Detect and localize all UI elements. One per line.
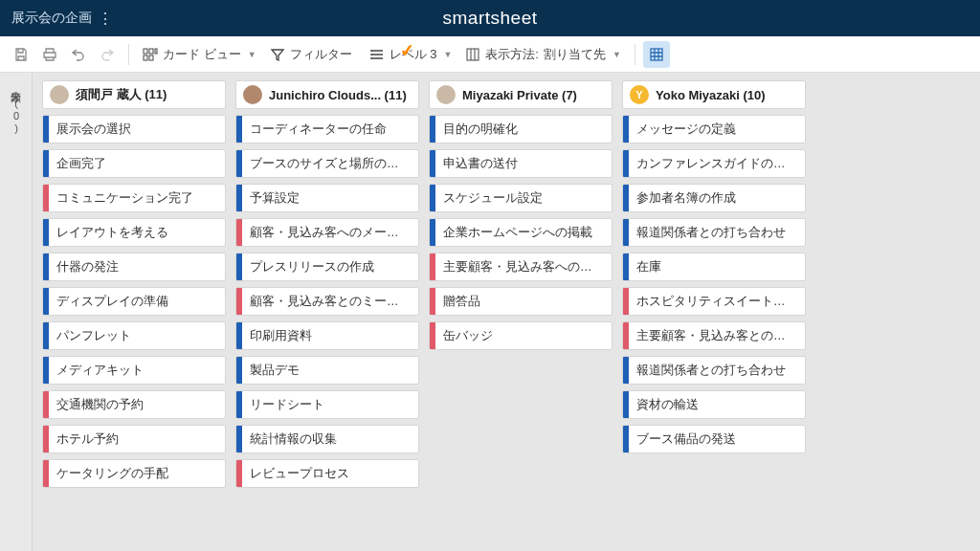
print-icon — [42, 47, 57, 62]
card[interactable]: 印刷用資料 — [235, 321, 419, 350]
card[interactable]: ケータリングの手配 — [42, 459, 226, 488]
card[interactable]: パンフレット — [42, 321, 226, 350]
column-header[interactable]: 須間戸 蔵人 (11) — [42, 80, 226, 109]
print-button[interactable] — [36, 41, 63, 68]
save-icon — [13, 47, 29, 62]
display-method-value: 割り当て先 — [544, 46, 606, 63]
column-header[interactable]: YYoko Miyazaki (10) — [622, 80, 806, 109]
card[interactable]: 参加者名簿の作成 — [622, 184, 806, 212]
card[interactable]: プレスリリースの作成 — [235, 253, 419, 281]
sheet-title[interactable]: 展示会の企画 — [11, 10, 92, 27]
column-header[interactable]: Junichiro Clouds... (11) — [235, 80, 419, 109]
card-title: コミュニケーション完了 — [49, 190, 225, 207]
board-column: Junichiro Clouds... (11)コーディネーターの任命ブースのサ… — [235, 80, 419, 543]
top-header: 展示会の企画 ⋮ smartsheet — [0, 0, 980, 36]
card[interactable]: メディアキット — [42, 356, 226, 385]
card[interactable]: 報道関係者との打ち合わせ — [622, 218, 806, 247]
card[interactable]: 顧客・見込み客とのミーティ... — [235, 287, 419, 316]
card-title: レイアウトを考える — [49, 225, 225, 241]
caret-down-icon: ▼ — [248, 50, 256, 59]
card[interactable]: 企画完了 — [42, 149, 226, 178]
card[interactable]: 在庫 — [622, 253, 806, 281]
card[interactable]: 製品デモ — [235, 356, 419, 385]
card-title: 資材の輸送 — [629, 397, 805, 413]
undo-button[interactable] — [65, 41, 92, 68]
board-column: 須間戸 蔵人 (11)展示会の選択企画完了コミュニケーション完了レイアウトを考え… — [42, 80, 226, 543]
card-title: レビュープロセス — [242, 466, 418, 482]
avatar — [50, 85, 69, 104]
brand-logo: smartsheet — [443, 8, 538, 29]
uncategorized-column[interactable]: 未分類 (0) — [0, 73, 33, 551]
svg-rect-1 — [144, 55, 147, 60]
card[interactable]: メッセージの定義 — [622, 115, 806, 143]
display-method-button[interactable]: 表示方法: 割り当て先 ▼ — [459, 41, 627, 68]
column-header[interactable]: Miyazaki Private (7) — [429, 80, 612, 109]
toolbar-separator — [128, 44, 129, 65]
card[interactable]: 主要顧客・見込み客へのフリ... — [429, 253, 612, 281]
card-title: 缶バッジ — [435, 328, 612, 344]
sheet-menu-icon[interactable]: ⋮ — [98, 10, 114, 28]
svg-rect-5 — [467, 49, 479, 60]
level-button[interactable]: ✔ レベル 3 ▼ — [360, 41, 458, 68]
card[interactable]: 展示会の選択 — [42, 115, 226, 143]
card[interactable]: カンファレンスガイドの説明... — [622, 149, 806, 178]
card-title: ブース備品の発送 — [629, 431, 805, 448]
card[interactable]: ホスピタリティスイートでの... — [622, 287, 806, 316]
card[interactable]: レビュープロセス — [235, 459, 419, 488]
column-title: 須間戸 蔵人 (11) — [76, 86, 218, 103]
card-title: スケジュール設定 — [435, 190, 612, 207]
filter-icon — [270, 47, 285, 62]
card[interactable]: 目的の明確化 — [429, 115, 612, 143]
card-title: 顧客・見込み客とのミーティ... — [242, 294, 418, 310]
card-title: 交通機関の予約 — [49, 397, 225, 413]
redo-button[interactable] — [94, 41, 121, 68]
card[interactable]: ブース備品の発送 — [622, 425, 806, 453]
card[interactable]: ディスプレイの準備 — [42, 287, 226, 316]
avatar: Y — [630, 85, 649, 104]
card-title: ホテル予約 — [49, 431, 225, 448]
grid-icon — [649, 47, 664, 62]
card-title: 贈答品 — [435, 294, 612, 310]
card[interactable]: 申込書の送付 — [429, 149, 612, 178]
display-method-label: 表示方法: — [485, 46, 539, 63]
caret-down-icon: ▼ — [612, 50, 621, 59]
view-switcher[interactable]: カード ビュー ▼ — [137, 41, 262, 68]
card[interactable]: 予算設定 — [235, 184, 419, 212]
card[interactable]: 缶バッジ — [429, 321, 612, 350]
card[interactable]: 主要顧客・見込み客との面談 — [622, 321, 806, 350]
card[interactable]: 交通機関の予約 — [42, 390, 226, 419]
card[interactable]: ブースのサイズと場所の選択 — [235, 149, 419, 178]
card[interactable]: リードシート — [235, 390, 419, 419]
card[interactable]: 統計情報の収集 — [235, 425, 419, 453]
level-icon — [369, 47, 385, 62]
card[interactable]: コーディネーターの任命 — [235, 115, 419, 143]
card[interactable]: 報道関係者との打ち合わせ — [622, 356, 806, 385]
card-title: プレスリリースの作成 — [242, 259, 418, 276]
card[interactable]: 什器の発注 — [42, 253, 226, 281]
card-title: 企業ホームページへの掲載 — [435, 225, 612, 241]
card-title: 参加者名簿の作成 — [629, 190, 805, 207]
view-switcher-label: カード ビュー — [163, 46, 241, 63]
card[interactable]: ホテル予約 — [42, 425, 226, 453]
card[interactable]: 贈答品 — [429, 287, 612, 316]
card-title: ホスピタリティスイートでの... — [629, 294, 805, 310]
card-title: メッセージの定義 — [629, 121, 805, 138]
card-view-icon — [143, 47, 158, 62]
card[interactable]: スケジュール設定 — [429, 184, 612, 212]
svg-rect-3 — [149, 55, 153, 60]
card[interactable]: コミュニケーション完了 — [42, 184, 226, 212]
card[interactable]: 企業ホームページへの掲載 — [429, 218, 612, 247]
toolbar: カード ビュー ▼ フィルター ✔ レベル 3 ▼ 表示方法: 割り当て先 ▼ — [0, 36, 980, 73]
save-button[interactable] — [8, 41, 34, 68]
check-badge-icon: ✔ — [399, 39, 416, 62]
card[interactable]: 顧客・見込み客へのメーリン... — [235, 218, 419, 247]
card-title: 報道関係者との打ち合わせ — [629, 363, 805, 379]
card[interactable]: レイアウトを考える — [42, 218, 226, 247]
card[interactable]: 資材の輸送 — [622, 390, 806, 419]
grid-toggle-button[interactable] — [643, 41, 670, 68]
card-title: 企画完了 — [49, 156, 225, 172]
filter-button[interactable]: フィルター — [264, 41, 358, 68]
column-title: Yoko Miyazaki (10) — [656, 88, 798, 102]
card-title: 展示会の選択 — [49, 121, 225, 138]
svg-rect-6 — [651, 49, 662, 60]
